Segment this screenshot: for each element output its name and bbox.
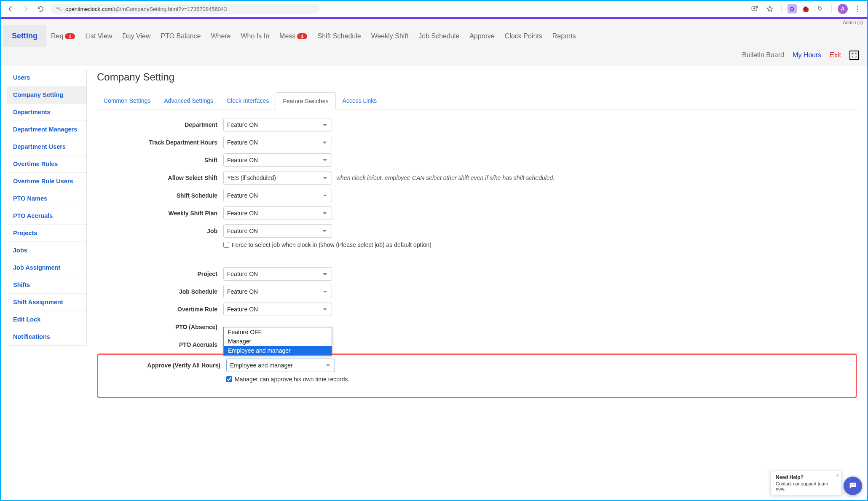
label-pto-absence: PTO (Absence) (97, 324, 223, 330)
sidebar-item-projects[interactable]: Projects (7, 225, 86, 242)
label-shift: Shift (97, 157, 223, 163)
tab-weekly-shift[interactable]: Weekly Shift (366, 26, 414, 47)
mess-badge: 1 (297, 33, 307, 39)
note-allow-select-shift: when clock in/out, employee CAN select o… (336, 174, 555, 181)
sidebar-item-overtime-rule-users[interactable]: Overtime Rule Users (7, 173, 86, 190)
select-approve[interactable]: Employee and manager (226, 359, 335, 372)
subtab-access-links[interactable]: Access Links (336, 92, 384, 110)
browser-toolbar: opentimeclock.com/q2/mCompanySetting.htm… (1, 1, 867, 17)
tab-approve[interactable]: Approve (464, 26, 500, 47)
sidebar-item-jobs[interactable]: Jobs (7, 242, 86, 259)
label-department: Department (97, 121, 223, 128)
profile-avatar[interactable]: A (838, 4, 848, 14)
tab-mess[interactable]: Mess1 (274, 26, 312, 47)
sidebar-item-departments[interactable]: Departments (7, 104, 86, 121)
tab-pto-balance[interactable]: PTO Balance (156, 26, 206, 47)
page-title: Company Setting (97, 71, 857, 83)
tab-exit[interactable]: Exit (830, 51, 841, 59)
label-approve: Approve (Verify All Hours) (100, 362, 226, 369)
tab-who-is-in[interactable]: Who Is In (236, 26, 275, 47)
svg-point-5 (854, 485, 855, 485)
label-job: Job (97, 228, 223, 234)
address-bar[interactable]: opentimeclock.com/q2/mCompanySetting.htm… (50, 4, 320, 14)
extension-bug-icon[interactable]: 🐞 (801, 4, 810, 13)
fullscreen-button[interactable] (849, 51, 859, 60)
label-project: Project (97, 271, 223, 277)
subtab-clock-interfaces[interactable]: Clock Interfaces (220, 92, 276, 110)
dropdown-option-employee-and-manager[interactable]: Employee and manager (224, 346, 332, 355)
subtab-common-settings[interactable]: Common Settings (97, 92, 157, 110)
svg-point-3 (851, 485, 852, 485)
select-overtime-rule[interactable]: Feature ON (223, 303, 332, 316)
label-shift-schedule: Shift Schedule (97, 192, 223, 199)
checkbox-force-select-job[interactable] (223, 242, 229, 248)
svg-rect-0 (57, 8, 59, 8)
select-job[interactable]: Feature ON (223, 224, 332, 238)
url-path: /q2/mCompanySetting.html?v=1735708456043 (112, 6, 227, 12)
select-job-schedule[interactable]: Feature ON (223, 285, 332, 298)
tab-my-hours[interactable]: My Hours (793, 51, 821, 59)
bookmark-button[interactable] (764, 3, 775, 14)
forward-button[interactable] (20, 3, 31, 14)
help-close-button[interactable]: × (836, 473, 839, 478)
help-widget[interactable]: × Need Help? Contact our support team no… (770, 471, 842, 495)
select-shift-schedule[interactable]: Feature ON (223, 189, 332, 202)
dropdown-option-manager[interactable]: Manager (224, 337, 332, 346)
subtab-advanced-settings[interactable]: Advanced Settings (157, 92, 220, 110)
sidebar-item-job-assignment[interactable]: Job Assignment (7, 259, 86, 276)
subtab-feature-switches[interactable]: Feature Switches (276, 92, 335, 110)
sidebar-item-company-setting[interactable]: Company Setting (7, 86, 86, 104)
label-force-select-job: Force to select job when clock in (show … (232, 241, 431, 248)
label-weekly-shift-plan: Weekly Shift Plan (97, 210, 223, 217)
install-app-button[interactable] (749, 3, 760, 14)
url-host: opentimeclock.com (65, 6, 112, 12)
tab-bulletin-board[interactable]: Bulletin Board (742, 51, 784, 59)
sidebar-item-department-users[interactable]: Department Users (7, 138, 86, 155)
extensions-button[interactable] (814, 3, 825, 14)
sidebar-item-shifts[interactable]: Shifts (7, 276, 86, 294)
select-weekly-shift-plan[interactable]: Feature ON (223, 206, 332, 220)
sidebar-item-pto-accruals[interactable]: PTO Accruals (7, 207, 86, 225)
tab-clock-points[interactable]: Clock Points (500, 26, 547, 47)
label-track-dept-hours: Track Department Hours (97, 139, 223, 146)
help-title: Need Help? (776, 474, 836, 480)
tab-req[interactable]: Req1 (46, 26, 80, 47)
dropdown-option-feature-off[interactable]: Feature OFF (224, 327, 332, 337)
sidebar-item-pto-names[interactable]: PTO Names (7, 190, 86, 207)
select-track-dept-hours[interactable]: Feature ON (223, 136, 332, 149)
req-badge: 1 (65, 33, 75, 39)
reload-button[interactable] (35, 4, 46, 14)
label-job-schedule: Job Schedule (97, 288, 223, 295)
extension-d-icon[interactable]: D (788, 4, 797, 13)
tab-setting[interactable]: Setting (3, 25, 46, 47)
star-icon (766, 5, 774, 13)
chat-button[interactable] (844, 477, 862, 495)
svg-rect-1 (59, 9, 62, 10)
help-subtitle: Contact our support team now. (776, 481, 836, 491)
sidebar-item-shift-assignment[interactable]: Shift Assignment (7, 294, 86, 311)
sidebar-item-overtime-rules[interactable]: Overtime Rules (7, 155, 86, 173)
browser-menu-button[interactable]: ⋮ (852, 4, 863, 13)
tab-reports[interactable]: Reports (547, 26, 581, 47)
select-department[interactable]: Feature ON (223, 118, 332, 131)
select-project[interactable]: Feature ON (223, 267, 332, 281)
checkbox-manager-approve-own[interactable] (226, 376, 232, 382)
tab-job-schedule[interactable]: Job Schedule (413, 26, 464, 47)
sidebar-item-edit-lock[interactable]: Edit Lock (7, 311, 86, 328)
admin-label: Admin (1) (1, 19, 867, 25)
svg-point-4 (853, 485, 854, 485)
sidebar-item-users[interactable]: Users (7, 69, 86, 86)
tab-list-view[interactable]: List View (80, 26, 117, 47)
arrow-left-icon (7, 5, 14, 13)
tab-where[interactable]: Where (206, 26, 236, 47)
sidebar-item-department-managers[interactable]: Department Managers (7, 121, 86, 138)
dropdown-pto-absence-open: Feature OFF Manager Employee and manager (223, 327, 332, 356)
tab-shift-schedule[interactable]: Shift Schedule (312, 26, 366, 47)
select-shift[interactable]: Feature ON (223, 153, 332, 167)
select-allow-select-shift[interactable]: YES (if scheduled) (223, 171, 332, 185)
back-button[interactable] (5, 3, 16, 14)
fullscreen-icon (851, 52, 857, 58)
sidebar-item-notifications[interactable]: Notifications (7, 328, 86, 345)
label-manager-approve-own: Manager can approve his own time records… (235, 376, 349, 383)
tab-day-view[interactable]: Day View (117, 26, 155, 47)
